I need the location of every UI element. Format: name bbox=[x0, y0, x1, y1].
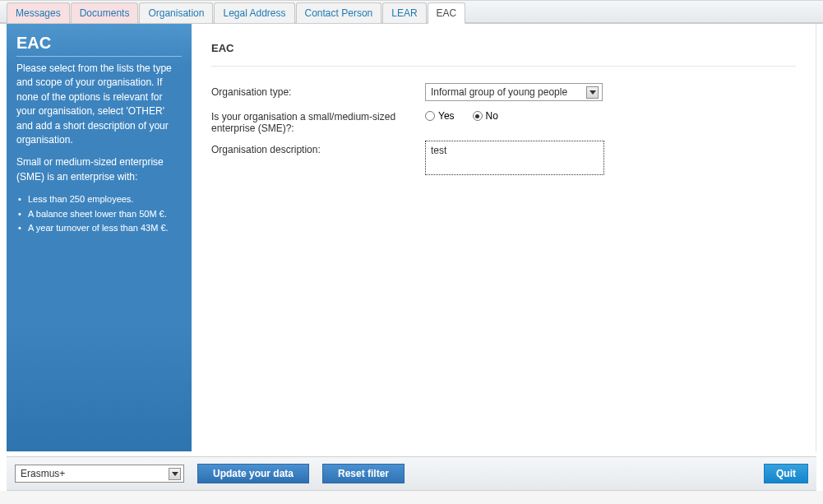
sidebar: EAC Please select from the lists the typ… bbox=[7, 24, 192, 451]
content-area: EAC Please select from the lists the typ… bbox=[0, 24, 823, 451]
form-row-description: Organisation description: bbox=[211, 141, 796, 178]
radio-no-dot bbox=[473, 111, 483, 121]
footer-bar: Erasmus+ Update your data Reset filter Q… bbox=[7, 456, 816, 491]
radio-no[interactable]: No bbox=[473, 110, 498, 122]
update-button[interactable]: Update your data bbox=[197, 464, 309, 483]
sidebar-bullet-item: A balance sheet lower than 50M €. bbox=[28, 207, 182, 222]
tab-eac[interactable]: EAC bbox=[428, 2, 466, 24]
org-type-label: Organisation type: bbox=[211, 83, 425, 98]
reset-filter-button[interactable]: Reset filter bbox=[322, 464, 405, 483]
description-field bbox=[425, 141, 796, 178]
org-type-field: Informal group of young people bbox=[425, 83, 796, 101]
org-type-value: Informal group of young people bbox=[431, 86, 567, 98]
sme-radio-group: Yes No bbox=[425, 108, 796, 122]
sidebar-paragraph-1: Please select from the lists the type an… bbox=[16, 62, 182, 147]
sidebar-title: EAC bbox=[16, 34, 182, 57]
sidebar-paragraph-2: Small or medium-sized enterprise (SME) i… bbox=[16, 155, 182, 184]
quit-button[interactable]: Quit bbox=[764, 464, 808, 483]
tab-contact-person[interactable]: Contact Person bbox=[296, 2, 382, 23]
program-select[interactable]: Erasmus+ bbox=[15, 465, 184, 483]
org-type-select[interactable]: Informal group of young people bbox=[425, 83, 603, 101]
form-row-org-type: Organisation type: Informal group of you… bbox=[211, 83, 796, 101]
tab-messages[interactable]: Messages bbox=[7, 2, 70, 23]
program-select-value: Erasmus+ bbox=[21, 468, 65, 479]
description-label: Organisation description: bbox=[211, 141, 425, 155]
sidebar-bullet-item: A year turnover of less than 43M €. bbox=[28, 221, 182, 236]
app-container: Messages Documents Organisation Legal Ad… bbox=[0, 0, 823, 491]
main-heading: EAC bbox=[211, 42, 796, 54]
radio-yes[interactable]: Yes bbox=[425, 110, 455, 122]
tab-organisation[interactable]: Organisation bbox=[139, 2, 213, 23]
sme-field: Yes No bbox=[425, 108, 796, 122]
divider bbox=[211, 66, 796, 67]
tab-lear[interactable]: LEAR bbox=[382, 2, 426, 23]
tab-bar-wrap: Messages Documents Organisation Legal Ad… bbox=[0, 0, 823, 24]
description-textarea[interactable] bbox=[425, 141, 604, 175]
sidebar-bullet-list: Less than 250 employees. A balance sheet… bbox=[16, 192, 182, 236]
dropdown-arrow-icon bbox=[586, 86, 599, 99]
tab-documents[interactable]: Documents bbox=[71, 2, 139, 23]
tab-legal-address[interactable]: Legal Address bbox=[214, 2, 294, 23]
sidebar-bullet-item: Less than 250 employees. bbox=[28, 192, 182, 207]
main-panel: EAC Organisation type: Informal group of… bbox=[192, 24, 816, 451]
radio-no-label: No bbox=[486, 110, 498, 122]
sme-label: Is your organisation a small/medium-size… bbox=[211, 108, 425, 134]
tab-bar: Messages Documents Organisation Legal Ad… bbox=[7, 1, 816, 22]
radio-yes-label: Yes bbox=[438, 110, 455, 122]
form-row-sme: Is your organisation a small/medium-size… bbox=[211, 108, 796, 134]
dropdown-arrow-icon bbox=[169, 468, 181, 480]
radio-yes-dot bbox=[425, 111, 435, 121]
